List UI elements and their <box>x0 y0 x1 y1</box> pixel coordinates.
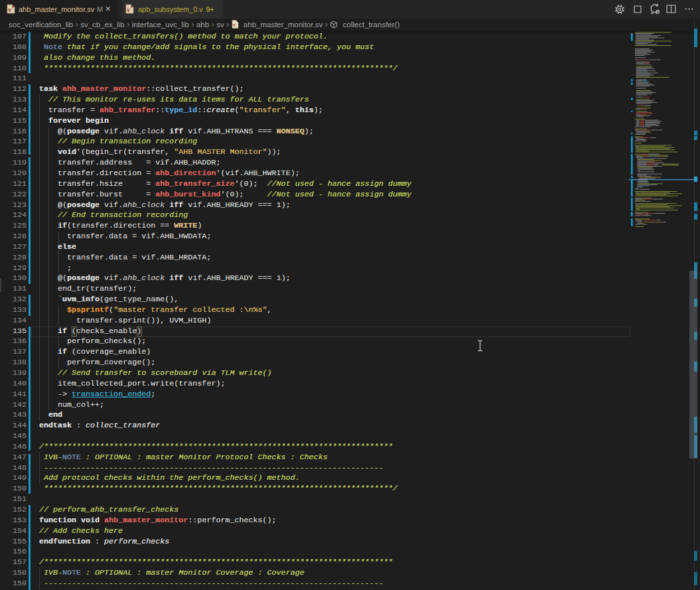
svg-text:v: v <box>233 22 236 28</box>
svg-text:v: v <box>9 6 12 13</box>
svg-text:v: v <box>127 6 131 13</box>
